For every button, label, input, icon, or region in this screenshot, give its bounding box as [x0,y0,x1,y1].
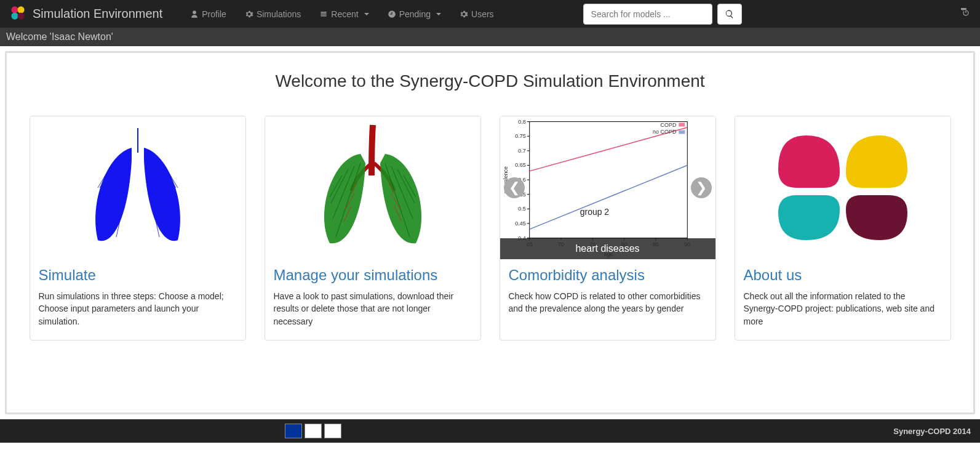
svg-text:group 2: group 2 [580,207,608,217]
logout-button[interactable] [961,8,971,20]
search-form [583,4,742,25]
svg-point-0 [11,6,18,13]
eu-flag-icon [285,424,302,438]
clock-icon [388,10,396,18]
nav-profile-label: Profile [202,9,226,19]
card-manage-text: Have a look to past simulations, downloa… [274,290,472,328]
gear-icon [460,10,468,18]
svg-text:0.7: 0.7 [518,148,525,154]
nav-list: Profile Simulations Recent Pending Users [181,9,503,19]
cards-row: Simulate Run simulations in three steps:… [16,116,964,340]
about-thumbnail [735,116,950,259]
svg-text:0.65: 0.65 [515,162,525,168]
fp7-icon [305,424,322,438]
search-icon [725,9,735,19]
nav-pending-label: Pending [399,9,431,19]
card-comorbidity-title[interactable]: Comorbidity analysis [509,267,707,284]
card-comorbidity: 0.40.450.50.550.60.650.70.750.8657075808… [500,116,716,340]
brand-logo-icon [9,4,26,23]
svg-text:0.75: 0.75 [515,133,525,139]
list-icon [319,10,328,18]
footer-badges [285,424,341,438]
svg-text:0.45: 0.45 [515,220,525,227]
footer-copyright: Synergy-COPD 2014 [893,427,971,436]
card-simulate-title[interactable]: Simulate [39,267,237,284]
svg-point-2 [11,12,18,19]
chevron-down-icon [436,13,441,15]
card-about-text: Check out all the information related to… [744,290,942,328]
card-manage: Manage your simulations Have a look to p… [265,116,481,340]
chevron-down-icon [364,13,369,15]
nav-recent[interactable]: Recent [319,9,368,19]
comorbidity-carousel: 0.40.450.50.550.60.650.70.750.8657075808… [500,116,715,259]
carousel-prev-button[interactable]: ❮ [504,177,525,198]
nav-users-label: Users [471,9,494,19]
power-icon [961,8,971,18]
simulate-thumbnail [30,116,245,259]
carousel-caption: heart diseases [500,238,715,259]
svg-text:COPD: COPD [660,122,676,128]
brand-title[interactable]: Simulation Environment [33,7,162,21]
card-comorbidity-text: Check how COPD is related to other comor… [509,290,707,315]
nav-simulations[interactable]: Simulations [245,9,301,19]
svg-text:0.5: 0.5 [518,206,525,212]
nav-users[interactable]: Users [460,9,494,19]
nav-profile[interactable]: Profile [190,9,226,19]
page-title: Welcome to the Synergy-COPD Simulation E… [16,71,964,91]
search-button[interactable] [717,4,742,25]
nav-recent-label: Recent [331,9,358,19]
user-icon [190,10,199,18]
carousel-next-button[interactable]: ❯ [691,177,712,198]
nav-simulations-label: Simulations [257,9,301,19]
card-manage-title[interactable]: Manage your simulations [274,267,472,284]
card-about-title[interactable]: About us [744,267,942,284]
manage-thumbnail [265,116,480,259]
svg-text:0.8: 0.8 [518,119,525,125]
svg-text:no COPD: no COPD [653,129,677,135]
card-simulate: Simulate Run simulations in three steps:… [30,116,246,340]
vph-icon [324,424,341,438]
footer: Synergy-COPD 2014 [0,419,980,443]
nav-pending[interactable]: Pending [388,9,441,19]
welcome-bar: Welcome 'Isaac Newton' [0,28,980,46]
synergy-logo-icon [772,126,914,249]
search-input[interactable] [583,4,712,25]
card-about: About us Check out all the information r… [735,116,951,340]
gear-icon [245,10,253,18]
svg-rect-40 [679,131,685,134]
card-simulate-text: Run simulations in three steps: Choose a… [39,290,237,328]
welcome-text: Welcome 'Isaac Newton' [6,31,113,42]
svg-point-1 [17,6,24,13]
svg-rect-38 [679,123,685,127]
svg-rect-4 [500,117,715,259]
top-navbar: Simulation Environment Profile Simulatio… [0,0,980,28]
svg-point-3 [17,12,24,19]
